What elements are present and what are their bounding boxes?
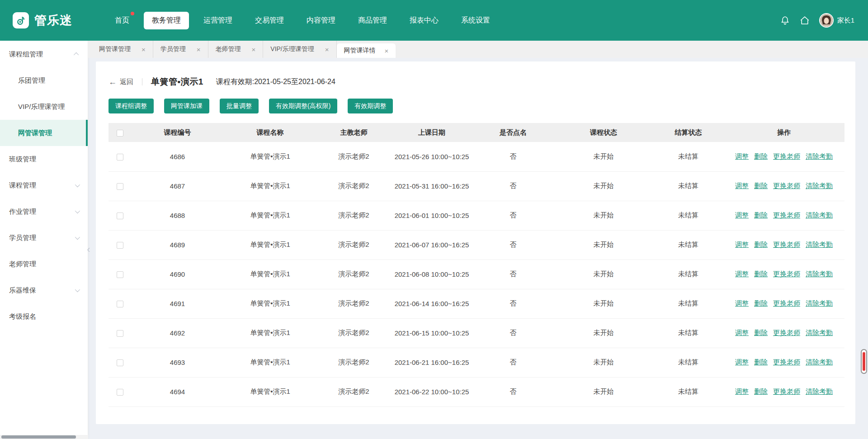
delete-link[interactable]: 删除: [754, 387, 768, 395]
user-menu[interactable]: 家长1: [819, 13, 854, 28]
adjust-link[interactable]: 调整: [735, 182, 749, 189]
clear-attendance-link[interactable]: 清除考勤: [806, 211, 833, 219]
clear-attendance-link[interactable]: 清除考勤: [806, 299, 833, 307]
clear-attendance-link[interactable]: 清除考勤: [806, 270, 833, 278]
home-icon[interactable]: [799, 15, 810, 26]
tab-1[interactable]: 学员管理×: [153, 41, 208, 58]
clear-attendance-link[interactable]: 清除考勤: [806, 182, 833, 189]
change-teacher-link[interactable]: 更换老师: [773, 241, 800, 248]
close-tab-icon[interactable]: ×: [385, 47, 389, 54]
row-checkbox[interactable]: [117, 330, 123, 337]
delete-link[interactable]: 删除: [754, 299, 768, 307]
back-button[interactable]: ← 返回: [108, 78, 133, 86]
sidebar-item-label: VIP/乐理课管理: [18, 103, 65, 111]
adjust-link[interactable]: 调整: [735, 152, 749, 160]
tab-3[interactable]: VIP/乐理课管理×: [263, 41, 336, 58]
brand[interactable]: 管乐迷: [13, 12, 72, 28]
change-teacher-link[interactable]: 更换老师: [773, 387, 800, 395]
change-teacher-link[interactable]: 更换老师: [773, 152, 800, 160]
change-teacher-link[interactable]: 更换老师: [773, 299, 800, 307]
adjust-link[interactable]: 调整: [735, 358, 749, 366]
clear-attendance-link[interactable]: 清除考勤: [806, 152, 833, 160]
toolbar-button-1[interactable]: 网管课加课: [164, 99, 209, 113]
clear-attendance-link[interactable]: 清除考勤: [806, 241, 833, 248]
nav-item-5[interactable]: 商品管理: [350, 12, 395, 29]
close-tab-icon[interactable]: ×: [142, 46, 146, 53]
sidebar-item-10[interactable]: 考级报名: [0, 303, 88, 330]
status-cell: 未开始: [554, 201, 653, 230]
username: 家长1: [837, 16, 854, 25]
sidebar-item-7[interactable]: 学员管理: [0, 225, 88, 251]
adjust-link[interactable]: 调整: [735, 241, 749, 248]
date-cell: 2021-05-26 10:00~10:25: [391, 142, 472, 171]
sidebar-item-5[interactable]: 课程管理: [0, 172, 88, 198]
row-checkbox[interactable]: [117, 154, 123, 160]
select-all-checkbox[interactable]: [117, 130, 123, 137]
change-teacher-link[interactable]: 更换老师: [773, 182, 800, 189]
row-checkbox[interactable]: [117, 271, 123, 278]
delete-link[interactable]: 删除: [754, 329, 768, 336]
adjust-link[interactable]: 调整: [735, 329, 749, 336]
teacher-cell: 演示老师2: [316, 318, 391, 348]
notifications-icon[interactable]: [780, 15, 790, 26]
teacher-cell: 演示老师2: [316, 348, 391, 377]
tab-label: 网管课详情: [344, 47, 376, 55]
delete-link[interactable]: 删除: [754, 211, 768, 219]
delete-link[interactable]: 删除: [754, 152, 768, 160]
row-checkbox[interactable]: [117, 389, 123, 396]
horizontal-scrollbar-thumb[interactable]: [1, 435, 76, 439]
close-tab-icon[interactable]: ×: [197, 46, 201, 53]
change-teacher-link[interactable]: 更换老师: [773, 211, 800, 219]
sidebar-item-9[interactable]: 乐器维保: [0, 277, 88, 303]
row-checkbox[interactable]: [117, 242, 123, 249]
nav-item-6[interactable]: 报表中心: [401, 12, 447, 29]
nav-item-4[interactable]: 内容管理: [298, 12, 344, 29]
change-teacher-link[interactable]: 更换老师: [773, 270, 800, 278]
nav-item-3[interactable]: 交易管理: [247, 12, 292, 29]
delete-link[interactable]: 删除: [754, 182, 768, 189]
sidebar-item-8[interactable]: 老师管理: [0, 251, 88, 277]
adjust-link[interactable]: 调整: [735, 299, 749, 307]
main-area: 网管课管理×学员管理×老师管理×VIP/乐理课管理×网管课详情× ← 返回 单簧…: [88, 41, 868, 439]
delete-link[interactable]: 删除: [754, 270, 768, 278]
sidebar-item-3[interactable]: 网管课管理: [0, 120, 88, 146]
toolbar-button-3[interactable]: 有效期调整(高权限): [269, 99, 337, 113]
nav-item-label: 系统设置: [461, 16, 490, 24]
sidebar-item-2[interactable]: VIP/乐理课管理: [0, 94, 88, 120]
adjust-link[interactable]: 调整: [735, 211, 749, 219]
clear-attendance-link[interactable]: 清除考勤: [806, 358, 833, 366]
nav-item-7[interactable]: 系统设置: [453, 12, 498, 29]
change-teacher-link[interactable]: 更换老师: [773, 329, 800, 336]
course-name-cell: 单簧管•演示1: [224, 348, 316, 377]
sidebar-collapse-handle[interactable]: ‹: [85, 240, 93, 260]
sidebar-item-0[interactable]: 课程组管理: [0, 41, 88, 67]
rollcall-cell: 否: [472, 377, 554, 406]
close-tab-icon[interactable]: ×: [325, 46, 329, 53]
tab-4[interactable]: 网管课详情×: [337, 43, 396, 58]
tab-2[interactable]: 老师管理×: [208, 41, 264, 58]
close-tab-icon[interactable]: ×: [252, 46, 256, 53]
toolbar-button-2[interactable]: 批量调整: [220, 99, 259, 113]
sidebar-item-6[interactable]: 作业管理: [0, 198, 88, 225]
tab-0[interactable]: 网管课管理×: [92, 41, 153, 58]
nav-item-1[interactable]: 教务管理: [144, 12, 189, 29]
change-teacher-link[interactable]: 更换老师: [773, 358, 800, 366]
delete-link[interactable]: 删除: [754, 241, 768, 248]
actions-cell: 调整删除更换老师清除考勤: [723, 230, 844, 260]
row-checkbox[interactable]: [117, 301, 123, 307]
nav-item-2[interactable]: 运营管理: [195, 12, 241, 29]
clear-attendance-link[interactable]: 清除考勤: [806, 387, 833, 395]
row-checkbox[interactable]: [117, 183, 123, 190]
sidebar-item-1[interactable]: 乐团管理: [0, 67, 88, 94]
date-cell: 2021-05-31 16:00~16:25: [391, 171, 472, 201]
delete-link[interactable]: 删除: [754, 358, 768, 366]
adjust-link[interactable]: 调整: [735, 387, 749, 395]
adjust-link[interactable]: 调整: [735, 270, 749, 278]
row-checkbox[interactable]: [117, 212, 123, 219]
toolbar-button-0[interactable]: 课程组调整: [108, 99, 154, 113]
clear-attendance-link[interactable]: 清除考勤: [806, 329, 833, 336]
toolbar-button-4[interactable]: 有效期调整: [348, 99, 393, 113]
sidebar-item-4[interactable]: 班级管理: [0, 146, 88, 172]
row-checkbox[interactable]: [117, 359, 123, 366]
nav-item-0[interactable]: 首页: [107, 12, 137, 29]
